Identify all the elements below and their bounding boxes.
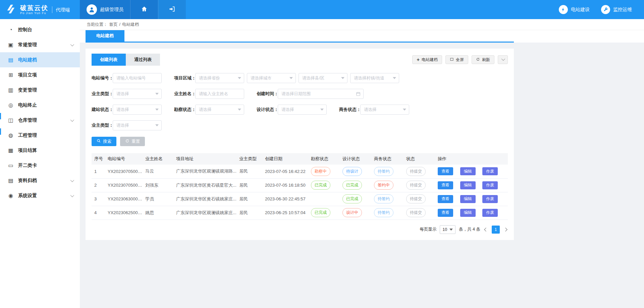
logout-button[interactable] [158, 0, 186, 19]
sidebar-item-label: 电站建档 [18, 57, 37, 63]
chevron-down-icon [238, 109, 241, 111]
collapse-toolbar-button[interactable] [498, 55, 508, 64]
county-select[interactable]: 请选择县/区 [299, 73, 347, 83]
owner-type-select[interactable]: 请选择 [113, 89, 162, 99]
view-button[interactable]: 查看 [438, 167, 453, 175]
view-button[interactable]: 查看 [438, 195, 453, 203]
business-status-badge: 签约中 [374, 181, 393, 190]
cell-index: 2 [92, 178, 105, 192]
per-page-select[interactable]: 10 [440, 225, 455, 234]
edit-button[interactable]: 编辑 [460, 209, 476, 217]
scroll-indicator [0, 128, 1, 135]
cell-station-code: YX2023070500010 [105, 178, 143, 192]
sidebar-item-console[interactable]: ◔ 控制台 [0, 22, 80, 37]
sidebar-item-warehouse-mgmt[interactable]: ◫ 仓库管理 [0, 113, 80, 128]
town-select[interactable]: 请选择村镇/街道 [350, 73, 399, 83]
breadcrumb-home-link[interactable]: 首页 [109, 22, 118, 27]
reset-button[interactable]: 重置 [120, 137, 145, 146]
col-station-code: 电站编号 [105, 153, 143, 165]
station-code-input[interactable] [113, 73, 162, 83]
survey-status-select[interactable]: 请选择 [195, 105, 244, 115]
nav-monitor-ops-label: 监控运维 [613, 7, 632, 13]
fullscreen-icon [450, 57, 454, 62]
survey-status-label: 勘察状态： [174, 105, 195, 115]
chevron-down-icon [70, 118, 74, 121]
cell-station-code: YX2023063000009 [105, 192, 143, 206]
view-button[interactable]: 查看 [438, 181, 453, 189]
cell-address: 广东深圳龙华区黄石镇姚家庄... [173, 192, 236, 206]
tab-create-list[interactable]: 创建列表 [92, 54, 126, 66]
sidebar-item-general-mgmt[interactable]: ▣ 常规管理 [0, 37, 80, 52]
sidebar-item-station-termination[interactable]: ◎ 电站终止 [0, 98, 80, 113]
next-page-button[interactable] [503, 228, 507, 231]
sidebar-item-station-archive[interactable]: ▤ 电站建档 [0, 52, 80, 67]
void-button[interactable]: 作废 [482, 167, 498, 175]
edit-button[interactable]: 编辑 [460, 167, 476, 175]
sidebar-item-data-archive[interactable]: ▤ 资料归档 [0, 173, 80, 188]
cell-index: 1 [92, 165, 105, 178]
page-tab-strip: 电站建档 [80, 30, 644, 43]
fullscreen-button[interactable]: 全屏 [445, 55, 468, 64]
owner-name-label: 业主姓名： [174, 89, 195, 99]
sidebar-item-label: 仓库管理 [18, 117, 37, 123]
breadcrumb: 当前位置： 首页 / 电站建档 [80, 19, 644, 30]
edit-button[interactable]: 编辑 [460, 181, 476, 189]
void-button[interactable]: 作废 [482, 181, 498, 189]
create-time-label: 创建时间： [257, 89, 278, 99]
sidebar-item-label: 变更管理 [18, 87, 37, 93]
col-index: 序号 [92, 153, 105, 165]
chevron-down-icon [289, 77, 293, 79]
view-button[interactable]: 查看 [438, 209, 453, 217]
edit-button[interactable]: 编辑 [460, 195, 476, 203]
business-status-label: 商务状态： [339, 105, 360, 115]
sidebar-item-project-settlement[interactable]: ▦ 项目结算 [0, 143, 80, 158]
col-owner-name: 业主姓名 [143, 153, 173, 165]
page-number[interactable]: 1 [492, 226, 500, 234]
prev-page-button[interactable] [484, 228, 488, 231]
city-select[interactable]: 请选择城市 [247, 73, 296, 83]
total-count-label: 条，共 4 条 [459, 227, 480, 232]
cell-created: 2023-07-05 16:18:50 [262, 178, 308, 192]
tab-passed-list[interactable]: 通过列表 [126, 54, 160, 66]
sidebar-item-project-initiation[interactable]: ⊞ 项目立项 [0, 67, 80, 82]
cell-owner-type: 居民 [236, 165, 262, 178]
sidebar-item-system-settings[interactable]: ◉ 系统设置 [0, 188, 80, 203]
date-range-input[interactable] [278, 89, 364, 99]
cell-address: 广东深圳龙华区黄石镇星官大... [173, 178, 236, 192]
void-button[interactable]: 作废 [482, 195, 498, 203]
col-created: 创建日期 [262, 153, 308, 165]
chevron-down-icon [403, 109, 406, 111]
chevron-down-icon [341, 77, 344, 79]
sidebar-item-engineering-mgmt[interactable]: ◍ 工程管理 [0, 128, 80, 143]
home-button[interactable] [130, 0, 158, 19]
chevron-down-icon [393, 77, 396, 79]
station-archive-card: 创建列表 通过列表 + 电站建档 全屏 [86, 49, 514, 240]
chevron-down-icon [449, 229, 453, 231]
province-select[interactable]: 请选择省份 [195, 73, 244, 83]
logo-text: 破茧云伏 Po Jian Yun Fu [20, 4, 48, 15]
design-status-label: 设计状态： [257, 105, 278, 115]
nav-monitor-ops[interactable]: 监控运维 [601, 5, 632, 14]
void-button[interactable]: 作废 [482, 209, 498, 217]
business-status-select[interactable]: 请选择 [360, 105, 409, 115]
home-icon [141, 6, 148, 14]
build-status-select[interactable]: 请选择 [113, 105, 162, 115]
owner-type2-select[interactable]: 请选择 [113, 120, 162, 130]
col-design-status: 设计状态 [340, 153, 371, 165]
refresh-icon [476, 57, 480, 62]
page-tab-station-archive[interactable]: 电站建档 [86, 30, 124, 42]
user-menu[interactable]: 超级管理员 [80, 0, 130, 19]
table-header-row: 序号 电站编号 业主姓名 项目地址 业主类型 创建日期 勘察状态 设计状态 商务… [92, 153, 508, 165]
calendar-icon [356, 91, 361, 98]
search-button[interactable]: 搜索 [92, 137, 116, 146]
sidebar-item-change-mgmt[interactable]: ▥ 变更管理 [0, 82, 80, 98]
design-status-select[interactable]: 请选择 [278, 105, 327, 115]
refresh-button[interactable]: 刷新 [472, 55, 494, 64]
col-business-status: 商务状态 [371, 153, 404, 165]
sidebar-item-type2-card[interactable]: ▭ 开二类卡 [0, 158, 80, 173]
nav-station-build[interactable]: 电站建设 [559, 5, 590, 14]
owner-name-input[interactable] [195, 89, 244, 99]
content-area: 创建列表 通过列表 + 电站建档 全屏 [80, 43, 644, 308]
add-station-button[interactable]: + 电站建档 [412, 55, 442, 64]
sidebar-item-label: 电站终止 [18, 102, 37, 108]
